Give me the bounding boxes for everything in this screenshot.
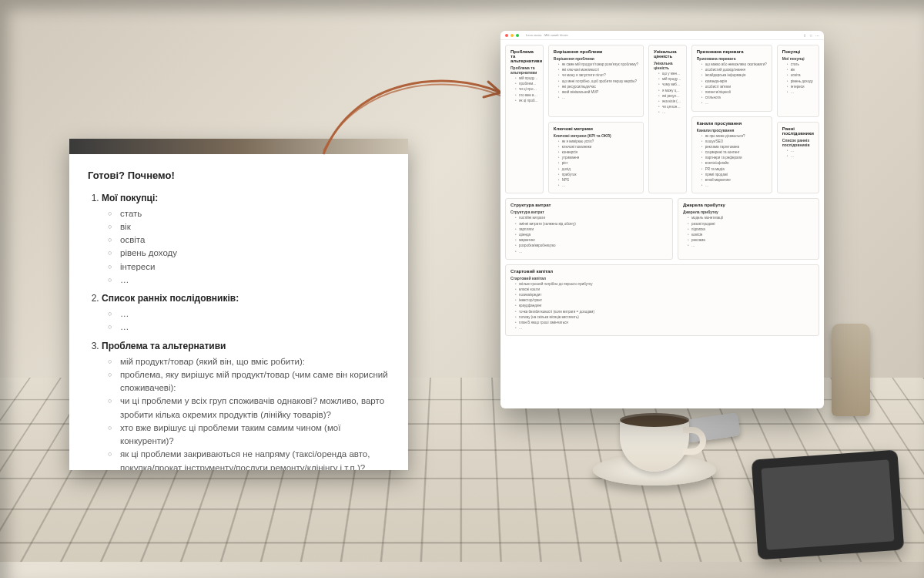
card-item: розробка/виробництво	[515, 243, 668, 248]
card-item: прямі продажі	[701, 172, 767, 177]
card-item: events/офлайн	[701, 160, 767, 166]
card-solution[interactable]: Вирішення проблемиВирішення проблемияк с…	[548, 45, 644, 117]
section-item: як ці проблеми закриваються не напряму (…	[112, 448, 390, 470]
card-item: комісія	[688, 232, 814, 237]
close-icon[interactable]	[505, 34, 508, 37]
section-item: освіта	[112, 234, 390, 247]
card-item: особисті зв'язки	[701, 84, 767, 89]
card-title: Ранні послідовники	[782, 126, 814, 136]
card-item: …	[701, 183, 767, 188]
card-title: Джерела прибутку	[683, 203, 814, 207]
card-item: ріст	[558, 160, 638, 166]
card-item: runway (на скільки місяців вистачить)	[515, 314, 814, 320]
decor-vase	[832, 324, 870, 416]
card-item: NPS	[558, 177, 638, 183]
card-item: чи ці проблеми у всіх груп споживачів од…	[515, 86, 538, 92]
card-advantage[interactable]: Прихована перевагаПрихована перевагащо в…	[691, 45, 772, 112]
section-item: стать	[112, 207, 390, 220]
card-title: Канали просування	[697, 121, 767, 126]
card-adopters[interactable]: Ранні послідовникиСписок ранніх послідов…	[777, 122, 819, 194]
card-item: які ресурси/люди/час	[558, 84, 638, 89]
card-subtitle: Мої покупці	[782, 56, 814, 61]
card-item: чи можу я запустити пілот?	[558, 72, 638, 78]
card-item: …	[701, 100, 767, 106]
card-item: яка візія (високорівнева концепція) бізн…	[658, 99, 681, 104]
card-item: партнери та реферали	[701, 155, 767, 160]
star-icon[interactable]: ☆	[809, 33, 812, 38]
card-item: …	[787, 153, 814, 159]
card-subtitle: Стартовий капітал	[511, 276, 814, 281]
card-item: що мені потрібно, щоб зробити першу верс…	[558, 79, 638, 84]
card-item: команда-мрія	[701, 79, 767, 84]
card-item: які ключові можливості	[558, 67, 638, 72]
card-item: спільнота	[701, 95, 767, 100]
card-costs[interactable]: Структура витратСтруктура витратпостійні…	[505, 198, 673, 259]
card-item: хто вже вирішує ці проблеми таким чином …	[515, 92, 538, 98]
card-problem[interactable]: Проблема та альтернативиПроблема та альт…	[505, 45, 544, 193]
card-item: особистий досвід/знання	[701, 67, 767, 72]
card-title: Структура витрат	[511, 203, 668, 207]
minimize-icon[interactable]	[511, 34, 514, 37]
card-title: Стартовий капітал	[511, 269, 814, 274]
card-item: інсайдерська інформація	[701, 72, 767, 78]
card-item: я можу це перевірити?	[658, 88, 681, 93]
decor-tablet	[752, 450, 905, 560]
card-item: інтереси	[787, 84, 814, 89]
card-item: як про мене дізнаються?	[701, 133, 767, 139]
card-item: постійні витрати	[515, 215, 668, 220]
card-customers[interactable]: ПокупціМої покупцістатьвікосвітарівень д…	[777, 45, 819, 117]
section-item: …	[112, 274, 390, 287]
card-item: позика/кредит	[515, 292, 814, 297]
card-item: скільки грошей потрібно до першого прибу…	[515, 281, 814, 287]
card-revenue[interactable]: Джерела прибуткуДжерела прибуткумодель м…	[678, 198, 819, 259]
card-title: Унікальна цінність	[654, 49, 681, 59]
card-item: конверсія	[558, 150, 638, 155]
card-item: …	[688, 243, 814, 248]
card-item: …	[558, 95, 638, 100]
card-item: разові продажі	[688, 221, 814, 227]
card-item: краудфандинг	[515, 303, 814, 308]
card-item: підписка	[688, 227, 814, 232]
card-subtitle: Унікальна цінність	[654, 61, 681, 70]
card-item: змінні витрати (залежно від обсягу)	[515, 221, 668, 227]
card-item: чи ця концепція зрозуміла стороннім?	[658, 104, 681, 109]
section-item: мій продукт/товар (який він, що вміє роб…	[112, 355, 390, 368]
card-channels[interactable]: Канали просуванняКанали просуванняяк про…	[691, 116, 772, 194]
card-item: план Б якщо гроші закінчаться	[515, 320, 814, 325]
card-item: як ці проблеми закриваються не напряму?	[515, 98, 538, 103]
card-title: Покупці	[782, 49, 814, 54]
card-item: email-маркетинг	[701, 177, 767, 183]
card-item: реклама	[688, 237, 814, 243]
lean-canvas: Проблема та альтернативиПроблема та альт…	[500, 40, 824, 341]
card-uvp[interactable]: Унікальна цінністьУнікальна цінністьщо у…	[648, 45, 687, 193]
card-item: …	[787, 148, 814, 153]
section-item: чи ці проблеми у всіх груп споживачів од…	[112, 395, 390, 422]
card-item: модель монетизації	[688, 215, 814, 220]
section-item: …	[112, 321, 390, 334]
card-subtitle: Ключові метрики (KPI та OKR)	[554, 133, 638, 138]
card-subtitle: Канали просування	[697, 128, 767, 133]
section-title: Список ранніх послідовників:	[102, 293, 239, 304]
card-title: Ключові метрики	[554, 126, 638, 131]
card-item: дохід	[558, 166, 638, 172]
card-item: які результати перевірки?	[658, 93, 681, 99]
document-heading: Готові? Почнемо!	[88, 168, 390, 183]
share-icon[interactable]: ⇪	[803, 33, 806, 38]
more-icon[interactable]: ⋯	[815, 33, 819, 38]
card-item: точка беззбитковості (коли витрати = дох…	[515, 309, 814, 314]
section-item: хто вже вирішує ці проблеми таким самим …	[112, 422, 390, 449]
card-subtitle: Список ранніх послідовників	[782, 138, 814, 147]
window-tab[interactable]: Lean канва · Мій новий бізнес	[521, 33, 801, 37]
card-item: мій продукт/товар саме цим кращий за аль…	[658, 76, 681, 82]
window-titlebar: Lean канва · Мій новий бізнес ⇪ ☆ ⋯	[500, 31, 824, 40]
section-item: проблема, яку вирішує мій продукт/товар …	[112, 368, 390, 395]
document-outline: Мої покупці:статьвікосвітарівень доходуі…	[88, 191, 390, 471]
maximize-icon[interactable]	[516, 34, 519, 37]
card-item: інвестор/грант	[515, 297, 814, 303]
document-banner	[69, 139, 408, 154]
section-item: …	[112, 307, 390, 321]
card-item: пошук/SEO	[701, 139, 767, 144]
card-capital[interactable]: Стартовий капіталСтартовий капіталскільк…	[505, 264, 819, 337]
card-item: …	[658, 109, 681, 115]
card-metrics[interactable]: Ключові метрикиКлючові метрики (KPI та O…	[548, 122, 644, 194]
